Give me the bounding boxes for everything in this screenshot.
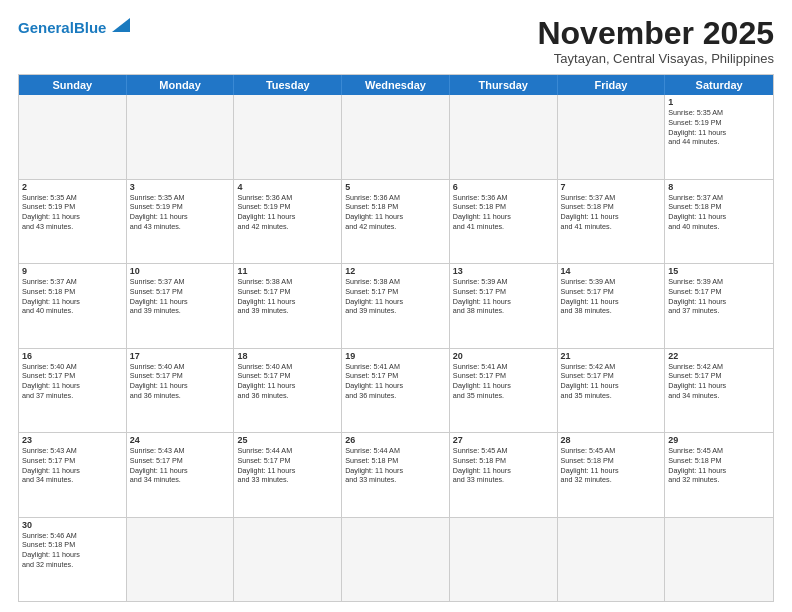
calendar-cell: 14Sunrise: 5:39 AMSunset: 5:17 PMDayligh…: [558, 264, 666, 347]
calendar-cell: [450, 95, 558, 178]
header-day-monday: Monday: [127, 75, 235, 95]
calendar-cell: 23Sunrise: 5:43 AMSunset: 5:17 PMDayligh…: [19, 433, 127, 516]
logo-general: General: [18, 19, 74, 36]
calendar-cell: [342, 518, 450, 601]
logo-text: GeneralBlue: [18, 20, 106, 35]
calendar-week-2: 9Sunrise: 5:37 AMSunset: 5:18 PMDaylight…: [19, 263, 773, 347]
calendar-cell: 3Sunrise: 5:35 AMSunset: 5:19 PMDaylight…: [127, 180, 235, 263]
calendar-week-5: 30Sunrise: 5:46 AMSunset: 5:18 PMDayligh…: [19, 517, 773, 601]
calendar-cell: 27Sunrise: 5:45 AMSunset: 5:18 PMDayligh…: [450, 433, 558, 516]
day-number: 19: [345, 351, 446, 361]
calendar-week-0: 1Sunrise: 5:35 AMSunset: 5:19 PMDaylight…: [19, 95, 773, 178]
calendar-cell: [19, 95, 127, 178]
day-content: Sunrise: 5:44 AMSunset: 5:18 PMDaylight:…: [345, 446, 446, 485]
day-number: 1: [668, 97, 770, 107]
calendar-cell: [342, 95, 450, 178]
header-day-saturday: Saturday: [665, 75, 773, 95]
calendar-cell: 26Sunrise: 5:44 AMSunset: 5:18 PMDayligh…: [342, 433, 450, 516]
day-content: Sunrise: 5:41 AMSunset: 5:17 PMDaylight:…: [345, 362, 446, 401]
day-number: 23: [22, 435, 123, 445]
day-number: 16: [22, 351, 123, 361]
calendar-cell: 6Sunrise: 5:36 AMSunset: 5:18 PMDaylight…: [450, 180, 558, 263]
day-number: 13: [453, 266, 554, 276]
calendar-cell: 13Sunrise: 5:39 AMSunset: 5:17 PMDayligh…: [450, 264, 558, 347]
day-number: 20: [453, 351, 554, 361]
calendar-cell: 25Sunrise: 5:44 AMSunset: 5:17 PMDayligh…: [234, 433, 342, 516]
day-content: Sunrise: 5:40 AMSunset: 5:17 PMDaylight:…: [237, 362, 338, 401]
header-day-wednesday: Wednesday: [342, 75, 450, 95]
day-number: 12: [345, 266, 446, 276]
calendar-cell: [665, 518, 773, 601]
day-content: Sunrise: 5:46 AMSunset: 5:18 PMDaylight:…: [22, 531, 123, 570]
day-number: 18: [237, 351, 338, 361]
title-block: November 2025 Taytayan, Central Visayas,…: [537, 16, 774, 66]
day-number: 14: [561, 266, 662, 276]
calendar-cell: 16Sunrise: 5:40 AMSunset: 5:17 PMDayligh…: [19, 349, 127, 432]
day-content: Sunrise: 5:39 AMSunset: 5:17 PMDaylight:…: [561, 277, 662, 316]
logo: GeneralBlue: [18, 20, 130, 35]
calendar-cell: [127, 518, 235, 601]
svg-marker-0: [112, 18, 130, 32]
day-content: Sunrise: 5:45 AMSunset: 5:18 PMDaylight:…: [453, 446, 554, 485]
day-number: 21: [561, 351, 662, 361]
calendar-cell: 7Sunrise: 5:37 AMSunset: 5:18 PMDaylight…: [558, 180, 666, 263]
day-content: Sunrise: 5:35 AMSunset: 5:19 PMDaylight:…: [22, 193, 123, 232]
calendar-week-1: 2Sunrise: 5:35 AMSunset: 5:19 PMDaylight…: [19, 179, 773, 263]
day-content: Sunrise: 5:39 AMSunset: 5:17 PMDaylight:…: [668, 277, 770, 316]
calendar-body: 1Sunrise: 5:35 AMSunset: 5:19 PMDaylight…: [19, 95, 773, 601]
calendar-cell: 8Sunrise: 5:37 AMSunset: 5:18 PMDaylight…: [665, 180, 773, 263]
day-number: 3: [130, 182, 231, 192]
day-content: Sunrise: 5:37 AMSunset: 5:18 PMDaylight:…: [22, 277, 123, 316]
day-number: 7: [561, 182, 662, 192]
calendar-week-4: 23Sunrise: 5:43 AMSunset: 5:17 PMDayligh…: [19, 432, 773, 516]
logo-icon: [108, 18, 130, 34]
day-content: Sunrise: 5:40 AMSunset: 5:17 PMDaylight:…: [22, 362, 123, 401]
day-number: 15: [668, 266, 770, 276]
day-number: 11: [237, 266, 338, 276]
day-number: 25: [237, 435, 338, 445]
calendar-cell: [127, 95, 235, 178]
header: GeneralBlue November 2025 Taytayan, Cent…: [18, 16, 774, 66]
calendar-cell: 28Sunrise: 5:45 AMSunset: 5:18 PMDayligh…: [558, 433, 666, 516]
day-number: 9: [22, 266, 123, 276]
day-number: 4: [237, 182, 338, 192]
logo-blue: Blue: [74, 19, 107, 36]
day-content: Sunrise: 5:42 AMSunset: 5:17 PMDaylight:…: [561, 362, 662, 401]
day-number: 2: [22, 182, 123, 192]
day-number: 5: [345, 182, 446, 192]
day-content: Sunrise: 5:38 AMSunset: 5:17 PMDaylight:…: [345, 277, 446, 316]
day-content: Sunrise: 5:38 AMSunset: 5:17 PMDaylight:…: [237, 277, 338, 316]
day-content: Sunrise: 5:41 AMSunset: 5:17 PMDaylight:…: [453, 362, 554, 401]
page: GeneralBlue November 2025 Taytayan, Cent…: [0, 0, 792, 612]
calendar-week-3: 16Sunrise: 5:40 AMSunset: 5:17 PMDayligh…: [19, 348, 773, 432]
day-number: 28: [561, 435, 662, 445]
calendar-cell: 10Sunrise: 5:37 AMSunset: 5:17 PMDayligh…: [127, 264, 235, 347]
header-day-sunday: Sunday: [19, 75, 127, 95]
calendar-cell: 29Sunrise: 5:45 AMSunset: 5:18 PMDayligh…: [665, 433, 773, 516]
calendar-cell: [450, 518, 558, 601]
day-content: Sunrise: 5:39 AMSunset: 5:17 PMDaylight:…: [453, 277, 554, 316]
day-number: 29: [668, 435, 770, 445]
day-content: Sunrise: 5:42 AMSunset: 5:17 PMDaylight:…: [668, 362, 770, 401]
calendar-cell: 19Sunrise: 5:41 AMSunset: 5:17 PMDayligh…: [342, 349, 450, 432]
day-content: Sunrise: 5:37 AMSunset: 5:18 PMDaylight:…: [668, 193, 770, 232]
subtitle: Taytayan, Central Visayas, Philippines: [537, 51, 774, 66]
calendar-cell: 5Sunrise: 5:36 AMSunset: 5:18 PMDaylight…: [342, 180, 450, 263]
day-content: Sunrise: 5:35 AMSunset: 5:19 PMDaylight:…: [130, 193, 231, 232]
day-content: Sunrise: 5:35 AMSunset: 5:19 PMDaylight:…: [668, 108, 770, 147]
header-day-friday: Friday: [558, 75, 666, 95]
day-number: 30: [22, 520, 123, 530]
day-number: 27: [453, 435, 554, 445]
day-content: Sunrise: 5:36 AMSunset: 5:18 PMDaylight:…: [453, 193, 554, 232]
calendar-cell: 18Sunrise: 5:40 AMSunset: 5:17 PMDayligh…: [234, 349, 342, 432]
day-number: 22: [668, 351, 770, 361]
calendar-cell: 9Sunrise: 5:37 AMSunset: 5:18 PMDaylight…: [19, 264, 127, 347]
calendar-cell: 11Sunrise: 5:38 AMSunset: 5:17 PMDayligh…: [234, 264, 342, 347]
day-content: Sunrise: 5:43 AMSunset: 5:17 PMDaylight:…: [22, 446, 123, 485]
day-number: 17: [130, 351, 231, 361]
calendar-cell: 21Sunrise: 5:42 AMSunset: 5:17 PMDayligh…: [558, 349, 666, 432]
day-content: Sunrise: 5:45 AMSunset: 5:18 PMDaylight:…: [561, 446, 662, 485]
calendar-cell: 1Sunrise: 5:35 AMSunset: 5:19 PMDaylight…: [665, 95, 773, 178]
day-content: Sunrise: 5:37 AMSunset: 5:17 PMDaylight:…: [130, 277, 231, 316]
day-number: 24: [130, 435, 231, 445]
